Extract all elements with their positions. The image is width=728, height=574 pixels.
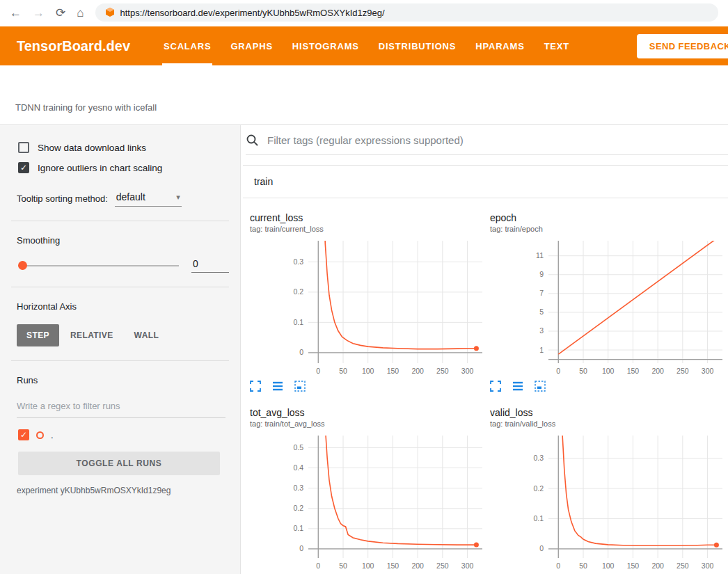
svg-text:100: 100 — [602, 561, 615, 570]
header-tabs: SCALARSGRAPHSHISTOGRAMSDISTRIBUTIONSHPAR… — [162, 26, 571, 65]
svg-text:9: 9 — [539, 270, 544, 278]
back-icon[interactable]: ← — [10, 7, 22, 19]
svg-text:0.2: 0.2 — [293, 287, 303, 296]
svg-text:7: 7 — [539, 289, 544, 297]
chart-toolbar — [490, 381, 728, 392]
chart-tag: tag: train/current_loss — [250, 225, 490, 233]
svg-text:100: 100 — [362, 367, 374, 375]
tooltip-sorting-row: Tooltip sorting method: default ▾ — [17, 190, 229, 207]
search-icon — [246, 134, 259, 147]
browser-chrome: ← → ⟳ ⌂ https://tensorboard.dev/experime… — [0, 0, 728, 25]
chart-toolbar — [250, 381, 490, 392]
chart-tag: tag: train/valid_loss — [490, 420, 728, 428]
svg-text:150: 150 — [387, 367, 399, 375]
svg-text:200: 200 — [651, 561, 664, 570]
svg-text:0: 0 — [556, 367, 560, 375]
svg-text:250: 250 — [676, 367, 689, 375]
tab-text[interactable]: TEXT — [543, 26, 571, 65]
svg-text:0.5: 0.5 — [293, 443, 303, 452]
chart-card-tot_avg_loss: tot_avg_loss tag: train/tot_avg_loss 050… — [250, 407, 490, 574]
settings-sidebar: Show data download links ✓ Ignore outlie… — [0, 125, 241, 574]
svg-text:250: 250 — [676, 561, 689, 570]
show-download-links-checkbox[interactable] — [18, 142, 29, 153]
reload-icon[interactable]: ⟳ — [56, 7, 65, 19]
chart-card-current_loss: current_loss tag: train/current_loss 050… — [250, 212, 490, 392]
tag-group-train[interactable]: train — [243, 165, 728, 198]
forward-icon[interactable]: → — [33, 7, 45, 19]
svg-text:0: 0 — [556, 561, 560, 570]
chart-card-epoch: epoch tag: train/epoch 05010015020025030… — [490, 212, 728, 392]
run-row: ✓ . — [18, 429, 229, 440]
app-title: TensorBoard.dev — [17, 26, 130, 65]
expand-chart-icon[interactable] — [490, 381, 501, 392]
chart-card-valid_loss: valid_loss tag: train/valid_loss 0501001… — [490, 407, 728, 574]
svg-text:50: 50 — [339, 367, 347, 375]
svg-text:0.1: 0.1 — [293, 524, 303, 532]
svg-text:0: 0 — [299, 348, 303, 356]
divider — [11, 221, 229, 221]
svg-text:150: 150 — [387, 561, 399, 570]
svg-text:0.1: 0.1 — [533, 514, 544, 523]
chart-tag: tag: train/epoch — [490, 225, 728, 233]
tab-graphs[interactable]: GRAPHS — [229, 26, 274, 65]
chart-plot[interactable]: 0501001502002503001357911 — [490, 237, 727, 378]
axis-wall-button[interactable]: WALL — [125, 324, 169, 346]
page: ← → ⟳ ⌂ https://tensorboard.dev/experime… — [0, 0, 728, 574]
toggle-y-axis-icon[interactable] — [512, 381, 523, 392]
tab-scalars[interactable]: SCALARS — [162, 26, 212, 65]
send-feedback-button[interactable]: SEND FEEDBACK — [637, 34, 728, 58]
axis-relative-button[interactable]: RELATIVE — [61, 324, 123, 346]
svg-text:100: 100 — [362, 561, 374, 570]
divider — [11, 360, 229, 361]
run-color-swatch — [36, 431, 44, 439]
svg-text:11: 11 — [536, 251, 544, 260]
svg-text:50: 50 — [579, 561, 587, 570]
chart-plot[interactable]: 05010015020025030000.10.20.30.40.5 — [250, 432, 486, 573]
ignore-outliers-label: Ignore outliers in chart scaling — [38, 163, 162, 173]
chart-tag: tag: train/tot_avg_loss — [250, 420, 490, 428]
main-content: train current_loss tag: train/current_lo… — [242, 125, 728, 574]
svg-text:0.3: 0.3 — [533, 454, 544, 462]
smoothing-slider-thumb[interactable] — [18, 261, 27, 270]
svg-text:0.2: 0.2 — [293, 504, 303, 512]
smoothing-value[interactable]: 0 — [191, 258, 229, 273]
svg-text:0.2: 0.2 — [533, 484, 544, 493]
toggle-y-axis-icon[interactable] — [272, 381, 283, 392]
expand-chart-icon[interactable] — [250, 381, 261, 392]
experiment-id-label: experiment yKUbhb5wRmOSXYkId1z9eg — [17, 486, 229, 495]
svg-text:50: 50 — [339, 561, 347, 570]
svg-text:200: 200 — [411, 561, 424, 570]
chart-title: epoch — [490, 212, 728, 223]
axis-step-button[interactable]: STEP — [17, 324, 59, 346]
app-header: TensorBoard.dev SCALARSGRAPHSHISTOGRAMSD… — [0, 26, 728, 65]
show-download-links-row: Show data download links — [18, 142, 229, 153]
smoothing-slider[interactable] — [18, 265, 179, 266]
ignore-outliers-checkbox[interactable]: ✓ — [18, 162, 29, 173]
svg-text:0.3: 0.3 — [293, 484, 303, 492]
tab-hparams[interactable]: HPARAMS — [474, 26, 525, 65]
runs-filter-input[interactable] — [17, 398, 225, 418]
svg-text:0: 0 — [539, 544, 544, 552]
svg-text:250: 250 — [436, 561, 449, 570]
toggle-all-runs-button[interactable]: TOGGLE ALL RUNS — [18, 452, 220, 475]
svg-text:150: 150 — [627, 561, 640, 570]
tag-filter-input[interactable] — [266, 134, 728, 147]
tab-distributions[interactable]: DISTRIBUTIONS — [377, 26, 458, 65]
fit-domain-icon[interactable] — [535, 381, 546, 392]
run-checkbox[interactable]: ✓ — [18, 429, 29, 440]
fit-domain-icon[interactable] — [294, 381, 306, 392]
chart-plot[interactable]: 05010015020025030000.10.20.3 — [490, 432, 727, 573]
svg-text:300: 300 — [461, 367, 474, 375]
chart-plot[interactable]: 05010015020025030000.10.20.3 — [250, 237, 486, 378]
show-download-links-label: Show data download links — [38, 143, 146, 153]
tab-histograms[interactable]: HISTOGRAMS — [291, 26, 361, 65]
smoothing-label: Smoothing — [17, 235, 229, 246]
svg-text:150: 150 — [627, 367, 640, 375]
address-bar[interactable]: https://tensorboard.dev/experiment/yKUbh… — [95, 3, 718, 22]
tooltip-sorting-select[interactable]: default ▾ — [115, 190, 182, 207]
ignore-outliers-row: ✓ Ignore outliers in chart scaling — [18, 162, 229, 173]
home-icon[interactable]: ⌂ — [77, 7, 84, 19]
svg-text:100: 100 — [602, 367, 615, 375]
svg-text:5: 5 — [539, 308, 544, 316]
svg-text:300: 300 — [702, 561, 714, 570]
